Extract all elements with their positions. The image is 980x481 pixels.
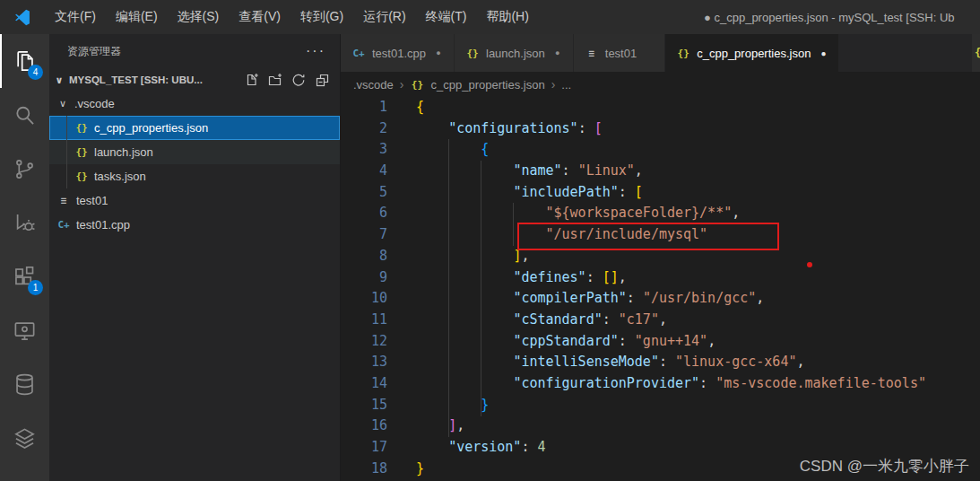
tree-item-test01.cpp[interactable]: C+test01.cpp <box>49 213 340 237</box>
code-line-5[interactable]: 5 "includePath": [ <box>341 182 980 204</box>
editor-area: C+test01.cpp●{}launch.json●≡test01{}c_cp… <box>341 34 980 481</box>
breadcrumb-item-2[interactable]: ... <box>561 78 571 92</box>
line-content: "configurations": [ <box>387 118 603 140</box>
tree-item-label: test01 <box>76 194 108 207</box>
cpp-file-icon: C+ <box>351 48 366 59</box>
activity-search-button[interactable] <box>0 88 49 142</box>
activity-source-control-button[interactable] <box>0 142 49 196</box>
tree-item-.vscode[interactable]: ∨.vscode <box>49 92 340 116</box>
tree-item-launch.json[interactable]: {}launch.json <box>49 140 340 164</box>
tab-c_cpp_properties.json[interactable]: {}c_cpp_properties.json● <box>665 34 838 72</box>
line-number: 15 <box>341 395 387 416</box>
database-icon <box>13 372 37 397</box>
tab-label: test01 <box>605 47 637 60</box>
breadcrumb-item-0[interactable]: .vscode <box>353 78 394 92</box>
tree-item-c_cpp_properties.json[interactable]: {}c_cpp_properties.json <box>49 116 340 140</box>
breadcrumb: .vscode›{}c_cpp_properties.json›... <box>341 72 980 97</box>
json-file-icon: {} <box>74 171 89 182</box>
menu-item-7[interactable]: 帮助(H) <box>476 9 538 25</box>
code-line-13[interactable]: 13 "intelliSenseMode": "linux-gcc-x64", <box>341 352 980 373</box>
vscode-logo-icon <box>0 8 45 26</box>
tab-test01.cpp[interactable]: C+test01.cpp● <box>341 34 454 72</box>
line-content: "${workspaceFolder}/**", <box>387 203 740 224</box>
new-folder-icon[interactable] <box>268 73 282 87</box>
code-line-2[interactable]: 2 "configurations": [ <box>341 118 980 140</box>
refresh-icon[interactable] <box>291 73 306 87</box>
line-number: 8 <box>341 246 387 267</box>
tree-item-test01[interactable]: ≡test01 <box>49 188 340 213</box>
menu-item-0[interactable]: 文件(F) <box>45 9 106 25</box>
activity-extensions-button[interactable]: 1 <box>0 249 49 303</box>
activity-layers-button[interactable] <box>0 411 49 465</box>
code-lines: 1{2 "configurations": [3 {4 "name": "Lin… <box>341 97 980 479</box>
unsaved-dot-icon[interactable]: ● <box>817 48 829 58</box>
vscode-window: 文件(F)编辑(E)选择(S)查看(V)转到(G)运行(R)终端(T)帮助(H)… <box>0 0 980 481</box>
activity-explorer-button[interactable]: 4 <box>0 34 49 88</box>
more-actions-icon[interactable]: ··· <box>306 43 325 59</box>
code-line-14[interactable]: 14 "configurationProvider": "ms-vscode.m… <box>341 373 980 395</box>
menu-item-5[interactable]: 运行(R) <box>353 9 415 25</box>
line-content: "name": "Linux", <box>387 161 643 182</box>
breadcrumb-item-1[interactable]: c_cpp_properties.json <box>430 78 544 92</box>
line-content: "defines": [], <box>387 267 627 289</box>
line-content: "cppStandard": "gnu++14", <box>387 331 715 353</box>
line-number: 11 <box>341 310 387 331</box>
line-content: ], <box>387 415 464 437</box>
code-line-11[interactable]: 11 "cStandard": "c17", <box>341 310 980 331</box>
code-line-3[interactable]: 3 { <box>341 139 980 161</box>
line-number: 5 <box>341 182 387 204</box>
activity-database-button[interactable] <box>0 357 49 411</box>
line-content: "intelliSenseMode": "linux-gcc-x64", <box>387 352 805 373</box>
menu-item-3[interactable]: 查看(V) <box>229 9 291 25</box>
file-tree: ∨.vscode{}c_cpp_properties.json{}launch.… <box>49 92 340 481</box>
tab-partial[interactable]: { <box>972 34 980 72</box>
line-number: 9 <box>341 267 387 289</box>
tab-label: c_cpp_properties.json <box>697 47 811 60</box>
line-number: 13 <box>341 352 387 373</box>
code-line-17[interactable]: 17 "version": 4 <box>341 437 980 459</box>
tab-test01[interactable]: ≡test01 <box>574 34 664 72</box>
code-line-15[interactable]: 15 } <box>341 395 980 416</box>
activity-remote-explorer-button[interactable] <box>0 303 49 357</box>
line-number: 17 <box>341 437 387 459</box>
activity-bar: 4 <box>0 34 49 481</box>
line-content: ], <box>387 246 529 267</box>
tree-indent-guide <box>66 116 67 188</box>
window-title: ● c_cpp_properties.json - mySQL_test [SS… <box>704 11 980 24</box>
code-line-10[interactable]: 10 "compilerPath": "/usr/bin/gcc", <box>341 288 980 310</box>
tree-item-label: c_cpp_properties.json <box>94 121 208 135</box>
code-line-4[interactable]: 4 "name": "Linux", <box>341 161 980 182</box>
code-line-6[interactable]: 6 "${workspaceFolder}/**", <box>341 203 980 224</box>
sidebar-header: 资源管理器 ··· <box>49 34 340 68</box>
remote-explorer-icon <box>13 319 37 343</box>
menu-item-6[interactable]: 终端(T) <box>416 9 477 25</box>
explorer-badge: 4 <box>28 65 43 80</box>
line-number: 12 <box>341 331 387 353</box>
collapse-all-icon[interactable] <box>315 73 329 87</box>
code-line-16[interactable]: 16 ], <box>341 415 980 437</box>
unsaved-dot-icon[interactable]: ● <box>432 48 445 57</box>
tab-bar: C+test01.cpp●{}launch.json●≡test01{}c_cp… <box>341 34 980 72</box>
code-editor[interactable]: 1{2 "configurations": [3 {4 "name": "Lin… <box>341 97 980 481</box>
line-content: "cStandard": "c17", <box>387 310 667 331</box>
line-content: "includePath": [ <box>387 182 643 204</box>
unsaved-dot-icon[interactable]: ● <box>551 48 564 57</box>
new-file-icon[interactable] <box>245 73 259 87</box>
line-number: 1 <box>341 97 387 118</box>
activity-run-debug-button[interactable] <box>0 196 49 249</box>
menu-item-4[interactable]: 转到(G) <box>291 9 353 25</box>
source-control-icon <box>13 157 37 181</box>
code-line-12[interactable]: 12 "cppStandard": "gnu++14", <box>341 331 980 353</box>
line-number: 14 <box>341 373 387 395</box>
code-line-1[interactable]: 1{ <box>341 97 980 118</box>
explorer-section-header[interactable]: ∨ MYSQL_TEST [SSH: UBU... <box>49 68 340 92</box>
menu-item-1[interactable]: 编辑(E) <box>106 9 168 25</box>
json-file-icon: {} <box>465 48 480 59</box>
code-line-9[interactable]: 9 "defines": [], <box>341 267 980 289</box>
menu-item-2[interactable]: 选择(S) <box>168 9 230 25</box>
line-number: 3 <box>341 139 387 161</box>
tab-launch.json[interactable]: {}launch.json● <box>455 34 573 72</box>
line-number: 2 <box>341 118 387 140</box>
line-content: "version": 4 <box>387 437 546 459</box>
tree-item-tasks.json[interactable]: {}tasks.json <box>49 164 340 188</box>
